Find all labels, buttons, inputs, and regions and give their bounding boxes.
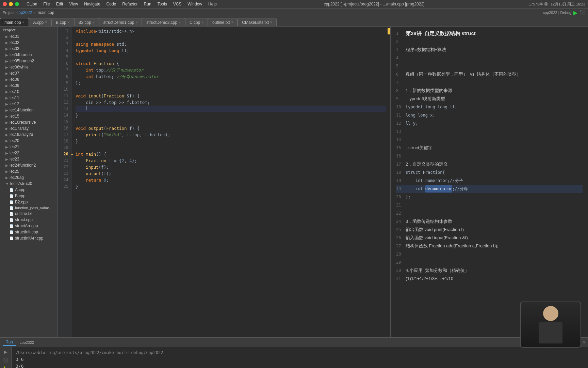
sidebar-item-lec26ag[interactable]: ▶lec26ag [0, 174, 58, 181]
run-tab[interactable]: Run [3, 339, 16, 346]
stop-button[interactable]: ⬛ [579, 10, 585, 15]
sidebar-item-lec24function2[interactable]: ▶lec24function2 [0, 162, 58, 168]
run-close-icon[interactable]: × [583, 340, 585, 345]
sidebar-item-lec11[interactable]: ▶lec11 [0, 95, 58, 101]
tab-c-cpp[interactable]: C.cpp × [185, 18, 208, 26]
sidebar-item-lec20[interactable]: ▶lec20 [0, 138, 58, 144]
run-stop-button[interactable]: ⬛ [2, 357, 9, 364]
outline-line-29: 29 [396, 258, 583, 266]
sidebar-item-struct-cpp[interactable]: 📄struct.cpp [0, 217, 58, 223]
tab-outline-txt[interactable]: outline.txt × [208, 18, 238, 26]
video-person [521, 302, 581, 347]
tab-close-cmake[interactable]: × [270, 20, 272, 24]
char-count: 17573字 ⓐ [529, 2, 548, 7]
sidebar-item-lec01[interactable]: ▶lec01 [0, 33, 58, 40]
menu-clion[interactable]: CLion [24, 1, 40, 7]
sidebar-item-function-pass[interactable]: 📄function_pass_value... [0, 205, 58, 211]
sidebar-item-lec10[interactable]: ▶lec10 [0, 89, 58, 95]
sidebar-item-lec07[interactable]: ▶lec07 [0, 70, 58, 76]
person-body [539, 322, 562, 343]
person-head [543, 306, 558, 321]
sidebar-item-lec14function[interactable]: ▶lec14function [0, 107, 58, 113]
sidebar-item-lec25[interactable]: ▶lec25 [0, 168, 58, 174]
menu-edit[interactable]: Edit [53, 1, 66, 7]
menu-code[interactable]: Code [104, 1, 119, 7]
outline-line-15: 15 - struct关键字 [396, 144, 583, 152]
code-editor[interactable]: 1 2 3 4 5 6 7 8 9 10 11 12 13 14 15 16 1… [58, 27, 391, 337]
tab-structdemo1[interactable]: structDemo1.cpp × [99, 18, 142, 26]
sidebar-item-lec23[interactable]: ▶lec23 [0, 156, 58, 162]
code-content: 1 2 3 4 5 6 7 8 9 10 11 12 13 14 15 16 1… [58, 27, 390, 337]
run-play-button[interactable]: ▶ [2, 349, 9, 355]
tab-close-a[interactable]: × [45, 20, 47, 24]
sidebar-item-lec09[interactable]: ▶lec09 [0, 82, 58, 89]
code-area[interactable]: #include<bits/stdc++.h> using namespace … [71, 27, 390, 337]
tab-label: structDemo1.cpp [103, 20, 134, 25]
sidebar-item-lec15[interactable]: ▶lec15 [0, 113, 58, 119]
sidebar-item-lec06while[interactable]: ▶lec06while [0, 64, 58, 70]
menu-navigate[interactable]: Navigate [81, 1, 103, 7]
menu-refactor[interactable]: Refactor [119, 1, 140, 7]
sidebar-item-lec17array[interactable]: ▶lec17array [0, 125, 58, 132]
tab-b-cpp[interactable]: B.cpp × [51, 18, 74, 26]
sidebar-item-lec08[interactable]: ▶lec08 [0, 76, 58, 82]
tab-close-main[interactable]: × [22, 20, 24, 24]
traffic-lights[interactable] [3, 2, 19, 6]
breadcrumb-project[interactable]: cpp2022 [16, 10, 32, 15]
sidebar-item-lec16recursive[interactable]: ▶lec16recursive [0, 119, 58, 125]
outline-line-7: 7 [396, 78, 583, 87]
sidebar-item-outline-txt[interactable]: 📄outline.txt [0, 211, 58, 217]
menu-window[interactable]: Window [185, 1, 205, 7]
run-debug-button[interactable]: 🐛 [2, 365, 9, 368]
tab-close-c[interactable]: × [201, 20, 203, 24]
secondary-toolbar: Project cpp2022 › main.cpp cpp2022 | Deb… [0, 8, 588, 17]
tab-main-cpp[interactable]: main.cpp × [0, 18, 29, 26]
sidebar-item-lec21[interactable]: ▶lec21 [0, 144, 58, 150]
project-sidebar: Project ▶lec01 ▶lec02 ▶lec03 ▶lec04branc… [0, 27, 58, 337]
code-line-13 [76, 106, 386, 112]
outline-line-26: 26 输入函数 void input(Fraction &f) [396, 234, 583, 242]
sidebar-item-b-cpp[interactable]: 📄B.cpp [0, 193, 58, 199]
sidebar-item-b2-cpp[interactable]: 📄B2.cpp [0, 199, 58, 205]
highlighted-word: denominator [425, 185, 452, 193]
menu-view[interactable]: View [66, 1, 81, 7]
minimize-button[interactable] [9, 2, 13, 6]
tab-close-outline[interactable]: × [231, 20, 233, 24]
breadcrumb-file[interactable]: main.cpp [38, 10, 54, 15]
outline-line-21: 20 }; [396, 193, 583, 201]
main-layout: Project ▶lec01 ▶lec02 ▶lec03 ▶lec04branc… [0, 27, 588, 337]
sidebar-item-structinitarr-cpp[interactable]: 📄structInitArr.cpp [0, 235, 58, 241]
sidebar-item-a-cpp[interactable]: 📄A.cpp [0, 187, 58, 193]
run-config: cpp2022 [20, 340, 34, 344]
tab-close-sd2[interactable]: × [179, 20, 181, 24]
tab-structdemo2[interactable]: structDemo2.cpp × [142, 18, 185, 26]
tab-cmakelists[interactable]: CMakeLists.txt × [238, 18, 277, 26]
menu-help[interactable]: Help [206, 1, 219, 7]
sidebar-item-lec05branch2[interactable]: ▶lec05branch2 [0, 58, 58, 64]
sidebar-item-lec27struct0[interactable]: ▼lec27struct0 [0, 181, 58, 187]
tab-close-sd1[interactable]: × [136, 20, 138, 24]
sidebar-item-lec19array2d[interactable]: ▶lec19array2d [0, 132, 58, 138]
sidebar-item-structinit-cpp[interactable]: 📄structInit.cpp [0, 229, 58, 235]
menu-vcs[interactable]: VCS [170, 1, 184, 7]
menu-file[interactable]: File [40, 1, 52, 7]
tab-close-b[interactable]: × [68, 20, 70, 24]
tab-label: B2.cpp [79, 20, 91, 25]
close-button[interactable] [3, 2, 7, 6]
code-line-9: }; [76, 80, 386, 86]
menu-tools[interactable]: Tools [155, 1, 170, 7]
sidebar-item-structarr-cpp[interactable]: 📄structArr.cpp [0, 223, 58, 229]
sidebar-item-lec02[interactable]: ▶lec02 [0, 40, 58, 46]
code-line-17: printf("%d/%d", f.top, f.bottom); [76, 132, 386, 138]
menu-run[interactable]: Run [141, 1, 154, 7]
run-button[interactable]: ▶ [573, 10, 577, 16]
tab-b2-cpp[interactable]: B2.cpp × [74, 18, 99, 26]
maximize-button[interactable] [15, 2, 19, 6]
sidebar-item-lec12[interactable]: ▶lec12 [0, 101, 58, 107]
tab-close-b2[interactable]: × [93, 20, 95, 24]
outline-content[interactable]: 1 第28讲 自定义数据结构 struct 2 3 程序=数据结构+算法 4 5 [391, 27, 588, 337]
sidebar-item-lec03[interactable]: ▶lec03 [0, 46, 58, 52]
sidebar-item-lec22[interactable]: ▶lec22 [0, 150, 58, 156]
tab-a-cpp[interactable]: A.cpp × [29, 18, 52, 26]
sidebar-item-lec04branch[interactable]: ▶lec04branch [0, 52, 58, 58]
